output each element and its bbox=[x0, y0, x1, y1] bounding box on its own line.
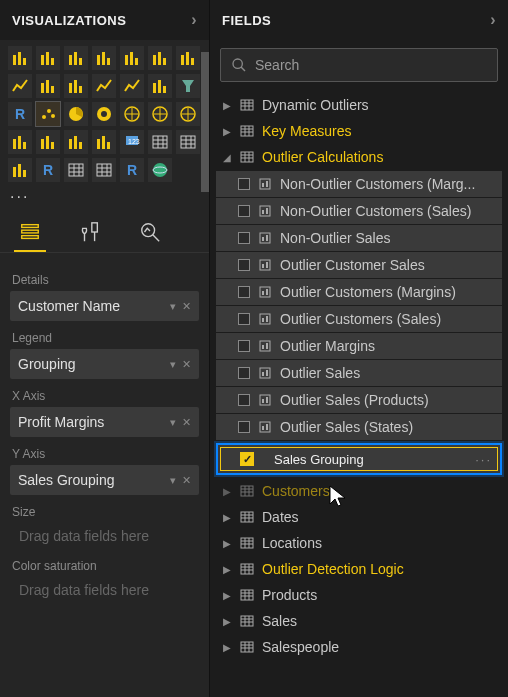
field-checkbox[interactable] bbox=[238, 313, 250, 325]
chevron-down-icon[interactable]: ▾ bbox=[170, 474, 176, 487]
caret-icon: ▶ bbox=[222, 616, 232, 627]
remove-icon[interactable]: ✕ bbox=[182, 416, 191, 429]
remove-icon[interactable]: ✕ bbox=[182, 358, 191, 371]
viz-ribbon[interactable] bbox=[176, 46, 200, 70]
field-item[interactable]: Outlier Customers (Margins) bbox=[216, 279, 502, 305]
table-customers[interactable]: ▶Customers bbox=[216, 478, 502, 504]
viz-funnel[interactable] bbox=[176, 74, 200, 98]
field-more-icon[interactable]: ··· bbox=[475, 452, 492, 467]
table-sales[interactable]: ▶Sales bbox=[216, 608, 502, 634]
visualizations-header: VISUALIZATIONS › bbox=[0, 0, 209, 40]
viz-card[interactable] bbox=[8, 130, 32, 154]
size-well[interactable]: Drag data fields here bbox=[10, 523, 199, 549]
table-locations[interactable]: ▶Locations bbox=[216, 530, 502, 556]
field-item[interactable]: Non-Outlier Customers (Sales) bbox=[216, 198, 502, 224]
svg-rect-23 bbox=[51, 86, 54, 93]
field-checkbox-checked[interactable] bbox=[240, 452, 254, 466]
field-item[interactable]: Outlier Sales (Products) bbox=[216, 387, 502, 413]
viz-scatter[interactable] bbox=[36, 102, 60, 126]
chevron-down-icon[interactable]: ▾ bbox=[170, 358, 176, 371]
field-checkbox[interactable] bbox=[238, 232, 250, 244]
format-tabs bbox=[0, 208, 209, 253]
collapse-fields-icon[interactable]: › bbox=[490, 11, 496, 29]
more-visuals-button[interactable]: ... bbox=[0, 184, 209, 208]
table-outlier-calculations[interactable]: ◢Outlier Calculations bbox=[216, 144, 502, 170]
viz-table[interactable] bbox=[148, 130, 172, 154]
viz-stacked-col[interactable] bbox=[36, 46, 60, 70]
viz-treemap[interactable] bbox=[120, 102, 144, 126]
viz-waterfall[interactable] bbox=[148, 74, 172, 98]
collapse-visualizations-icon[interactable]: › bbox=[191, 11, 197, 29]
remove-icon[interactable]: ✕ bbox=[182, 300, 191, 313]
viz-filled-map[interactable] bbox=[176, 102, 200, 126]
format-tab[interactable] bbox=[74, 218, 106, 246]
viz-stacked-bar[interactable] bbox=[8, 46, 32, 70]
chevron-down-icon[interactable]: ▾ bbox=[170, 300, 176, 313]
fields-search-input[interactable]: Search bbox=[220, 48, 498, 82]
field-checkbox[interactable] bbox=[238, 340, 250, 352]
analytics-tab[interactable] bbox=[134, 218, 166, 246]
viz-slicer[interactable] bbox=[92, 130, 116, 154]
field-item[interactable]: Non-Outlier Customers (Marg... bbox=[216, 171, 502, 197]
field-checkbox[interactable] bbox=[238, 259, 250, 271]
fields-header: FIELDS › bbox=[210, 0, 508, 40]
fields-tab[interactable] bbox=[14, 218, 46, 246]
details-well[interactable]: Customer Name ▾✕ bbox=[10, 291, 199, 321]
table-outlier-detection-logic[interactable]: ▶Outlier Detection Logic bbox=[216, 556, 502, 582]
viz-gauge[interactable]: 123 bbox=[120, 130, 144, 154]
field-checkbox[interactable] bbox=[238, 205, 250, 217]
x-axis-well[interactable]: Profit Margins ▾✕ bbox=[10, 407, 199, 437]
table-products[interactable]: ▶Products bbox=[216, 582, 502, 608]
field-selected-sales-grouping[interactable]: Sales Grouping··· bbox=[216, 443, 502, 475]
viz-line[interactable] bbox=[8, 74, 32, 98]
viz-pie[interactable] bbox=[64, 102, 88, 126]
table-salespeople[interactable]: ▶Salespeople bbox=[216, 634, 502, 660]
viz-multi-row[interactable] bbox=[36, 130, 60, 154]
chevron-down-icon[interactable]: ▾ bbox=[170, 416, 176, 429]
viz-stacked-area[interactable] bbox=[64, 74, 88, 98]
field-item[interactable]: Outlier Margins bbox=[216, 333, 502, 359]
viz-globe[interactable] bbox=[148, 158, 172, 182]
y-axis-well[interactable]: Sales Grouping ▾✕ bbox=[10, 465, 199, 495]
table-dates[interactable]: ▶Dates bbox=[216, 504, 502, 530]
field-item[interactable]: Outlier Sales (States) bbox=[216, 414, 502, 440]
viz-bar-combo[interactable]: R bbox=[8, 102, 32, 126]
viz-table2[interactable] bbox=[64, 158, 88, 182]
viz-line-col2[interactable] bbox=[120, 74, 144, 98]
color-sat-well[interactable]: Drag data fields here bbox=[10, 577, 199, 603]
svg-rect-83 bbox=[260, 260, 270, 270]
viz-kpi[interactable] bbox=[64, 130, 88, 154]
viz-area[interactable] bbox=[36, 74, 60, 98]
viz-python[interactable] bbox=[8, 158, 32, 182]
field-item[interactable]: Outlier Customer Sales bbox=[216, 252, 502, 278]
viz-donut[interactable] bbox=[92, 102, 116, 126]
remove-icon[interactable]: ✕ bbox=[182, 474, 191, 487]
viz-matrix[interactable] bbox=[176, 130, 200, 154]
viz-stacked100-bar[interactable] bbox=[120, 46, 144, 70]
viz-r-big[interactable]: R bbox=[36, 158, 60, 182]
svg-rect-9 bbox=[97, 55, 100, 65]
field-item[interactable]: Outlier Customers (Sales) bbox=[216, 306, 502, 332]
viz-r-script[interactable]: R bbox=[120, 158, 144, 182]
viz-clustered-col[interactable] bbox=[92, 46, 116, 70]
field-checkbox[interactable] bbox=[238, 367, 250, 379]
viz-table3[interactable] bbox=[92, 158, 116, 182]
caret-icon: ▶ bbox=[222, 512, 232, 523]
viz-clustered-bar[interactable] bbox=[64, 46, 88, 70]
field-checkbox[interactable] bbox=[238, 178, 250, 190]
field-item[interactable]: Non-Outlier Sales bbox=[216, 225, 502, 251]
viz-line-col[interactable] bbox=[92, 74, 116, 98]
field-checkbox[interactable] bbox=[238, 394, 250, 406]
field-item[interactable]: Outlier Sales bbox=[216, 360, 502, 386]
field-checkbox[interactable] bbox=[238, 286, 250, 298]
svg-text:123: 123 bbox=[128, 138, 140, 145]
field-checkbox[interactable] bbox=[238, 421, 250, 433]
table-key-measures[interactable]: ▶Key Measures bbox=[216, 118, 502, 144]
legend-well[interactable]: Grouping ▾✕ bbox=[10, 349, 199, 379]
x-axis-label: X Axis bbox=[12, 389, 199, 403]
viz-stacked100-col[interactable] bbox=[148, 46, 172, 70]
scrollbar-thumb[interactable] bbox=[201, 52, 209, 192]
svg-rect-67 bbox=[22, 236, 39, 239]
table-dynamic-outliers[interactable]: ▶Dynamic Outliers bbox=[216, 92, 502, 118]
viz-map[interactable] bbox=[148, 102, 172, 126]
